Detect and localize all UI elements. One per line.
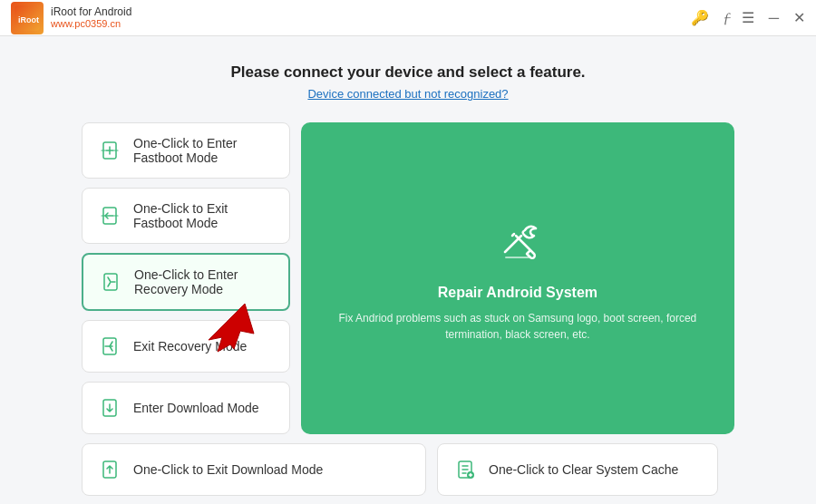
close-icon[interactable]: ✕ bbox=[793, 9, 805, 26]
repair-card-desc: Fix Andriod problems such as stuck on Sa… bbox=[319, 310, 716, 343]
fastboot-exit-button[interactable]: One-Click to Exit Fastboot Mode bbox=[82, 188, 290, 244]
recovery-enter-button[interactable]: One-Click to Enter Recovery Mode bbox=[82, 253, 290, 311]
download-enter-icon bbox=[97, 395, 122, 421]
key-icon[interactable]: 🔑 bbox=[691, 9, 709, 26]
left-buttons: One-Click to Enter Fastboot Mode One-Cli… bbox=[82, 122, 290, 434]
download-enter-label: Enter Download Mode bbox=[133, 401, 259, 415]
clear-cache-label: One-Click to Clear System Cache bbox=[489, 462, 678, 477]
main-content: Please connect your device and select a … bbox=[0, 36, 816, 504]
clear-cache-button[interactable]: One-Click to Clear System Cache bbox=[437, 443, 718, 496]
recovery-exit-label: Exit Recovery Mode bbox=[133, 339, 247, 354]
repair-icon bbox=[492, 219, 543, 272]
fastboot-exit-label: One-Click to Exit Fastboot Mode bbox=[133, 201, 275, 230]
fastboot-enter-button[interactable]: One-Click to Enter Fastboot Mode bbox=[82, 122, 290, 179]
fastboot-enter-label: One-Click to Enter Fastboot Mode bbox=[133, 136, 275, 165]
recovery-enter-icon bbox=[98, 269, 123, 295]
download-exit-button[interactable]: One-Click to Exit Download Mode bbox=[82, 443, 426, 496]
page-headline: Please connect your device and select a … bbox=[230, 63, 585, 82]
recovery-exit-icon bbox=[97, 334, 122, 359]
fastboot-enter-icon bbox=[97, 138, 122, 163]
app-title: iRoot for Android bbox=[51, 5, 131, 18]
download-enter-button[interactable]: Enter Download Mode bbox=[82, 382, 290, 434]
titlebar-title: iRoot for Android www.pc0359.cn bbox=[51, 5, 131, 31]
device-not-recognized-link[interactable]: Device connected but not recognized? bbox=[307, 87, 508, 101]
titlebar-left: iRoot iRoot for Android www.pc0359.cn bbox=[11, 2, 131, 34]
svg-text:iRoot: iRoot bbox=[18, 15, 39, 24]
download-exit-label: One-Click to Exit Download Mode bbox=[133, 462, 323, 477]
recovery-exit-button[interactable]: Exit Recovery Mode bbox=[82, 320, 290, 373]
recovery-enter-label: One-Click to Enter Recovery Mode bbox=[134, 267, 274, 296]
repair-card-title: Repair Android System bbox=[438, 285, 597, 301]
clear-cache-icon bbox=[452, 457, 478, 482]
minimize-icon[interactable]: ─ bbox=[769, 10, 779, 26]
menu-icon[interactable]: ☰ bbox=[742, 9, 754, 26]
titlebar-controls: 🔑 𝓯 ☰ ─ ✕ bbox=[691, 9, 805, 26]
titlebar: iRoot iRoot for Android www.pc0359.cn 🔑 … bbox=[0, 0, 816, 36]
repair-android-card[interactable]: Repair Android System Fix Andriod proble… bbox=[301, 122, 734, 434]
app-logo: iRoot bbox=[11, 2, 44, 34]
fastboot-exit-icon bbox=[97, 203, 122, 228]
download-exit-icon bbox=[97, 457, 122, 482]
site-url: www.pc0359.cn bbox=[51, 18, 131, 30]
facebook-icon[interactable]: 𝓯 bbox=[724, 10, 727, 26]
